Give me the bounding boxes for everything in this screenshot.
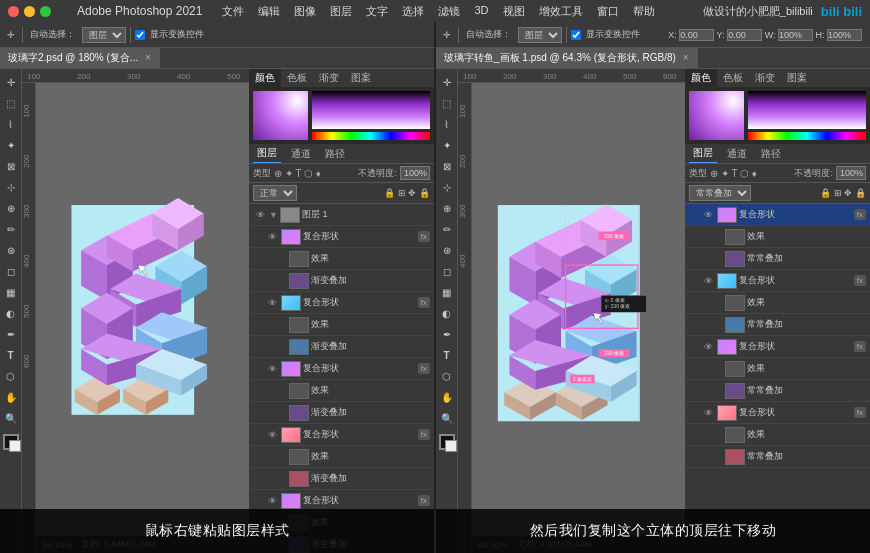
- layer-row-3g[interactable]: 渐变叠加: [249, 402, 434, 424]
- dodge-tool[interactable]: ◐: [2, 304, 20, 322]
- right-color-value-strip[interactable]: [748, 91, 866, 129]
- right-doc-tab[interactable]: 玻璃字转鱼_画板 1.psd @ 64.3% (复合形状, RGB/8) ×: [436, 48, 698, 68]
- layer-row-group[interactable]: 👁 ▼ 图层 1: [249, 204, 434, 226]
- fg-color[interactable]: [3, 434, 19, 450]
- right-layer-row-2g[interactable]: 常常叠加: [685, 314, 870, 336]
- right-move-tool[interactable]: ✛: [440, 29, 454, 41]
- menu-window[interactable]: 窗口: [597, 4, 619, 19]
- right-tab-close[interactable]: ×: [683, 52, 689, 63]
- y-input[interactable]: [727, 29, 762, 41]
- right-blend-mode-select[interactable]: 常常叠加: [689, 185, 751, 201]
- layer-row-3e[interactable]: 效果: [249, 380, 434, 402]
- right-color-tab-pattern[interactable]: 图案: [781, 69, 813, 87]
- menu-image[interactable]: 图像: [294, 4, 316, 19]
- right-opacity-value[interactable]: 100%: [836, 166, 866, 180]
- layer-vis-1[interactable]: 👁: [265, 230, 279, 244]
- right-layer-row-4e[interactable]: 效果: [685, 424, 870, 446]
- left-doc-tab[interactable]: 玻璃字2.psd @ 180% (复合... ×: [0, 48, 160, 68]
- move-tool-icon[interactable]: ✛: [4, 29, 18, 41]
- layer-row-4g[interactable]: 渐变叠加: [249, 468, 434, 490]
- right-path[interactable]: ⬡: [438, 367, 456, 385]
- layer-vis-3[interactable]: 👁: [265, 362, 279, 376]
- layer-row-2[interactable]: 👁 复合形状 fx: [249, 292, 434, 314]
- layer-row-1[interactable]: 👁 复合形状 fx: [249, 226, 434, 248]
- right-layer-row-3[interactable]: 👁 复合形状 fx: [685, 336, 870, 358]
- color-value-strip[interactable]: [312, 91, 430, 129]
- right-channels-tab[interactable]: 通道: [723, 145, 751, 163]
- type-tool[interactable]: T: [2, 346, 20, 364]
- color-hue-strip[interactable]: [312, 132, 430, 140]
- right-heal[interactable]: ⊕: [438, 199, 456, 217]
- menu-filter[interactable]: 滤镜: [438, 4, 460, 19]
- left-tab-close[interactable]: ×: [145, 52, 151, 63]
- ps-app-name[interactable]: Adobe Photoshop 2021: [77, 4, 202, 18]
- w-input[interactable]: [778, 29, 813, 41]
- hand-tool[interactable]: ✋: [2, 388, 20, 406]
- right-layer-row-3e[interactable]: 效果: [685, 358, 870, 380]
- color-tab-pattern[interactable]: 图案: [345, 69, 377, 87]
- right-eraser[interactable]: ◻: [438, 262, 456, 280]
- layer-vis-2[interactable]: 👁: [265, 296, 279, 310]
- right-transform-checkbox[interactable]: [571, 30, 581, 40]
- color-tab-swatch[interactable]: 色板: [281, 69, 313, 87]
- move-tool[interactable]: ✛: [2, 73, 20, 91]
- layer-row-4[interactable]: 👁 复合形状 fx: [249, 424, 434, 446]
- heal-tool[interactable]: ⊕: [2, 199, 20, 217]
- menu-help[interactable]: 帮助: [633, 4, 655, 19]
- right-gradient[interactable]: ▦: [438, 283, 456, 301]
- right-layer-vis-1[interactable]: 👁: [701, 208, 715, 222]
- menu-enhance[interactable]: 增效工具: [539, 4, 583, 19]
- layer-row-2g[interactable]: 渐变叠加: [249, 336, 434, 358]
- h-input[interactable]: [827, 29, 862, 41]
- right-dodge[interactable]: ◐: [438, 304, 456, 322]
- right-clone[interactable]: ⊛: [438, 241, 456, 259]
- right-layer-vis-2[interactable]: 👁: [701, 274, 715, 288]
- layers-tab[interactable]: 图层: [253, 144, 281, 163]
- right-move-tool-icon[interactable]: ✛: [438, 73, 456, 91]
- color-tab-color[interactable]: 颜色: [249, 69, 281, 87]
- layer-vis-5[interactable]: 👁: [265, 494, 279, 508]
- menu-3d[interactable]: 3D: [474, 4, 488, 19]
- right-color-hue-strip[interactable]: [748, 132, 866, 140]
- right-bg-color[interactable]: [445, 440, 457, 452]
- blend-mode-select[interactable]: 正常: [253, 185, 297, 201]
- right-layer-row-1[interactable]: 👁 复合形状 fx: [685, 204, 870, 226]
- menu-file[interactable]: 文件: [222, 4, 244, 19]
- layer-row-2e[interactable]: 效果: [249, 314, 434, 336]
- eyedropper-tool[interactable]: ⊹: [2, 178, 20, 196]
- right-auto-select-dropdown[interactable]: 图层: [518, 27, 562, 43]
- layer-row-3[interactable]: 👁 复合形状 fx: [249, 358, 434, 380]
- right-magic-wand[interactable]: ✦: [438, 136, 456, 154]
- right-crop[interactable]: ⊠: [438, 157, 456, 175]
- right-pen[interactable]: ✒: [438, 325, 456, 343]
- zoom-tool-left[interactable]: 🔍: [2, 409, 20, 427]
- right-layer-row-4g[interactable]: 常常叠加: [685, 446, 870, 468]
- layer-row-4e[interactable]: 效果: [249, 446, 434, 468]
- right-layer-row-1g[interactable]: 常常叠加: [685, 248, 870, 270]
- crop-tool[interactable]: ⊠: [2, 157, 20, 175]
- show-transform-checkbox[interactable]: [135, 30, 145, 40]
- menu-view[interactable]: 视图: [503, 4, 525, 19]
- color-tab-gradient[interactable]: 渐变: [313, 69, 345, 87]
- right-layer-row-2e[interactable]: 效果: [685, 292, 870, 314]
- menu-layer[interactable]: 图层: [330, 4, 352, 19]
- right-hand[interactable]: ✋: [438, 388, 456, 406]
- right-zoom[interactable]: 🔍: [438, 409, 456, 427]
- menu-edit[interactable]: 编辑: [258, 4, 280, 19]
- left-layers-list[interactable]: 👁 ▼ 图层 1 👁 复合形状 fx: [249, 204, 434, 553]
- magic-wand-tool[interactable]: ✦: [2, 136, 20, 154]
- right-layer-row-3g[interactable]: 常常叠加: [685, 380, 870, 402]
- right-type[interactable]: T: [438, 346, 456, 364]
- right-layers-tab[interactable]: 图层: [689, 144, 717, 163]
- right-color-tab-color[interactable]: 颜色: [685, 69, 717, 87]
- right-paths-tab[interactable]: 路径: [757, 145, 785, 163]
- right-layer-vis-3[interactable]: 👁: [701, 340, 715, 354]
- right-layer-row-1e[interactable]: 效果: [685, 226, 870, 248]
- right-lasso[interactable]: ⌇: [438, 115, 456, 133]
- minimize-button[interactable]: [24, 6, 35, 17]
- right-canvas[interactable]: 230 像素 x: 0 像素 y: 230 像素 230 像素: [472, 83, 685, 553]
- right-layer-row-2[interactable]: 👁 复合形状 fx: [685, 270, 870, 292]
- opacity-value[interactable]: 100%: [400, 166, 430, 180]
- right-color-square[interactable]: [689, 91, 744, 140]
- brush-tool[interactable]: ✏: [2, 220, 20, 238]
